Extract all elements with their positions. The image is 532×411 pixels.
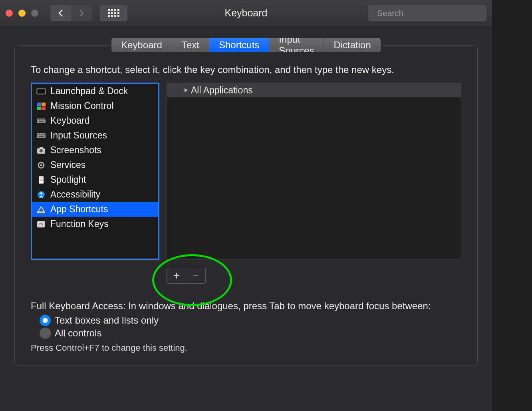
radio-label: All controls: [55, 328, 101, 339]
svg-point-23: [40, 149, 43, 152]
zoom-button[interactable]: [31, 10, 38, 17]
svg-rect-17: [39, 134, 40, 135]
svg-rect-4: [37, 103, 41, 106]
body: Keyboard Text Shortcuts Input Sources Di…: [0, 26, 492, 411]
svg-line-1: [373, 13, 373, 14]
category-label: Keyboard: [50, 115, 89, 126]
category-screenshots[interactable]: Screenshots: [32, 143, 158, 158]
svg-rect-3: [38, 89, 45, 93]
svg-rect-20: [44, 134, 45, 135]
svg-point-26: [40, 164, 42, 166]
svg-rect-9: [38, 119, 38, 120]
grid-icon: [108, 9, 119, 17]
category-keyboard[interactable]: Keyboard: [32, 113, 158, 128]
detail-header-row[interactable]: All Applications: [167, 83, 461, 97]
remove-button[interactable]: [186, 268, 205, 283]
titlebar: Keyboard: [0, 0, 492, 26]
svg-rect-24: [40, 147, 43, 149]
show-all-button[interactable]: [100, 5, 128, 21]
svg-rect-14: [39, 121, 44, 122]
gear-icon: [36, 161, 46, 169]
radio-button[interactable]: [40, 328, 51, 339]
back-button[interactable]: [50, 5, 71, 21]
nav-group: [50, 5, 92, 21]
radio-button[interactable]: [40, 315, 51, 326]
category-label: Function Keys: [50, 219, 109, 229]
tab-input-sources[interactable]: Input Sources: [269, 38, 324, 52]
settings-panel: Keyboard Text Shortcuts Input Sources Di…: [14, 45, 478, 366]
radio-all-controls[interactable]: All controls: [40, 328, 461, 339]
kb-access-hint: Press Control+F7 to change this setting.: [31, 343, 461, 353]
svg-rect-5: [42, 103, 46, 106]
fn-icon: fn: [36, 220, 46, 228]
svg-rect-28: [40, 178, 43, 178]
category-launchpad-dock[interactable]: Launchpad & Dock: [32, 84, 158, 99]
category-label: Launchpad & Dock: [50, 86, 128, 97]
minimize-button[interactable]: [18, 10, 26, 17]
shortcut-detail-pane[interactable]: All Applications: [167, 83, 461, 260]
svg-point-32: [40, 192, 42, 194]
tab-text[interactable]: Text: [172, 38, 209, 52]
detail-header-label: All Applications: [191, 85, 253, 96]
category-accessibility[interactable]: Accessibility: [32, 187, 158, 202]
category-label: Mission Control: [50, 101, 114, 111]
category-label: App Shortcuts: [50, 204, 108, 215]
category-function-keys[interactable]: fn Function Keys: [32, 217, 158, 231]
svg-rect-29: [40, 179, 43, 180]
category-label: Screenshots: [50, 145, 101, 156]
category-input-sources[interactable]: Input Sources: [32, 128, 158, 143]
disclosure-triangle-icon[interactable]: [184, 88, 189, 93]
category-label: Spotlight: [50, 174, 86, 185]
svg-text:fn: fn: [40, 222, 43, 227]
document-icon: [36, 176, 46, 184]
chevron-right-icon: [79, 9, 84, 17]
search-field-container[interactable]: [368, 5, 486, 21]
svg-rect-18: [41, 134, 42, 135]
keyboard-icon: [36, 132, 46, 140]
tab-keyboard[interactable]: Keyboard: [111, 38, 172, 52]
camera-icon: [36, 146, 46, 154]
svg-rect-8: [37, 119, 46, 123]
search-icon: [372, 9, 373, 17]
columns: Launchpad & Dock Mission Control Keyboar…: [31, 83, 461, 260]
category-app-shortcuts[interactable]: App Shortcuts: [32, 202, 158, 217]
launchpad-icon: [36, 87, 46, 95]
svg-rect-12: [42, 119, 43, 120]
accessibility-icon: [36, 191, 46, 199]
svg-rect-6: [37, 107, 41, 110]
svg-rect-15: [37, 133, 46, 138]
svg-rect-10: [39, 119, 40, 120]
svg-marker-36: [185, 88, 188, 92]
svg-rect-30: [40, 180, 43, 181]
minus-icon: [192, 272, 200, 280]
category-label: Input Sources: [50, 130, 107, 141]
category-label: Services: [50, 160, 85, 170]
svg-rect-21: [39, 136, 44, 137]
radio-text-boxes-lists[interactable]: Text boxes and lists only: [40, 315, 461, 326]
traffic-lights: [6, 10, 38, 17]
app-store-icon: [36, 206, 46, 213]
forward-button[interactable]: [71, 5, 92, 21]
radio-label: Text boxes and lists only: [55, 315, 159, 326]
category-spotlight[interactable]: Spotlight: [32, 172, 158, 187]
svg-rect-19: [42, 134, 43, 135]
instructions-text: To change a shortcut, select it, click t…: [31, 64, 461, 75]
add-remove-segmented: [167, 268, 206, 284]
chevron-left-icon: [58, 9, 64, 17]
full-keyboard-access-section: Full Keyboard Access: In windows and dia…: [31, 300, 461, 353]
svg-rect-7: [42, 107, 46, 110]
search-input[interactable]: [376, 8, 482, 18]
svg-rect-16: [38, 134, 38, 135]
tab-strip: Keyboard Text Shortcuts Input Sources Di…: [111, 38, 381, 52]
category-services[interactable]: Services: [32, 158, 158, 172]
svg-rect-13: [44, 119, 45, 120]
tab-dictation[interactable]: Dictation: [324, 38, 380, 52]
close-button[interactable]: [6, 10, 13, 17]
tab-shortcuts[interactable]: Shortcuts: [209, 38, 269, 52]
add-remove-row: [31, 268, 461, 292]
add-button[interactable]: [167, 268, 186, 283]
category-mission-control[interactable]: Mission Control: [32, 99, 158, 113]
category-list[interactable]: Launchpad & Dock Mission Control Keyboar…: [31, 83, 159, 260]
kb-access-radio-group: Text boxes and lists only All controls: [40, 315, 461, 339]
category-label: Accessibility: [50, 189, 100, 200]
